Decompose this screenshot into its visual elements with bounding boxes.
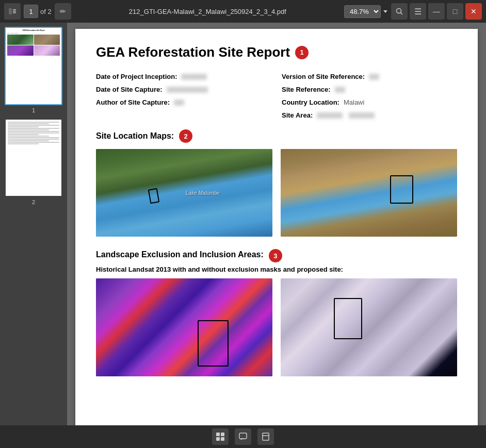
landscape-section-title: Landscape Exclusion and Inclusion Areas: <box>96 250 264 259</box>
grid-view-button[interactable] <box>212 428 229 445</box>
content-area[interactable]: GEA Reforestation Site Report 1 Date of … <box>67 23 486 425</box>
map2-site-outline <box>390 175 413 204</box>
bookmark-button[interactable] <box>257 428 274 445</box>
sidebar-item-page1[interactable]: GEA Reforestation Site Report Date of Pr… <box>3 27 64 113</box>
comment-icon <box>238 432 248 441</box>
thumb1-title: GEA Reforestation Site Report <box>7 29 60 31</box>
landsat-row <box>96 278 457 376</box>
meta-row-site-area: Site Area: <box>282 111 457 119</box>
landscape-section-header: Landscape Exclusion and Inclusion Areas:… <box>96 249 457 262</box>
thumb-wrapper-2 <box>5 119 62 197</box>
annotate-button[interactable]: ✏ <box>55 3 71 20</box>
toolbar-right-buttons: ☰ — □ ✕ <box>391 3 482 20</box>
line7 <box>8 131 59 132</box>
thumb1-img-3 <box>7 45 34 56</box>
page-number-input[interactable] <box>24 5 38 18</box>
thumb1-img-4 <box>34 45 60 56</box>
line5 <box>8 128 59 129</box>
site-location-title: Site Location Maps: <box>96 131 174 141</box>
line11 <box>8 137 59 138</box>
close-icon: ✕ <box>471 7 477 15</box>
page-total: of 2 <box>40 8 52 15</box>
thumb-label-2: 2 <box>32 199 35 205</box>
maximize-button[interactable]: □ <box>447 3 463 20</box>
sidebar: GEA Reforestation Site Report Date of Pr… <box>0 23 67 425</box>
search-button[interactable] <box>391 3 408 20</box>
landsat-image-2 <box>281 278 457 376</box>
page-thumbnail-2 <box>6 120 61 196</box>
site-area-value1 <box>317 112 343 119</box>
landsat1-site-outline <box>198 320 229 367</box>
line1 <box>8 122 59 123</box>
author-label: Author of Site Capture: <box>96 98 170 106</box>
country-value: Malawi <box>344 98 364 106</box>
thumb-label-1: 1 <box>32 107 35 113</box>
meta-row-inception: Date of Project Inception: <box>96 73 271 80</box>
landscape-subtitle: Historical Landsat 2013 with and without… <box>96 266 457 273</box>
svg-rect-10 <box>221 437 224 441</box>
sidebar-item-page2[interactable]: 2 <box>3 119 64 205</box>
bottom-bar <box>0 425 486 448</box>
close-button[interactable]: ✕ <box>465 3 482 20</box>
report-title-row: GEA Reforestation Site Report 1 <box>96 44 457 60</box>
map-image-1: Lake Malombe <box>96 149 272 237</box>
landsat-image-1 <box>96 278 272 376</box>
maps-row: Lake Malombe <box>96 149 457 237</box>
inception-label: Date of Project Inception: <box>96 73 177 80</box>
menu-icon: ☰ <box>414 7 422 16</box>
svg-marker-4 <box>383 10 387 13</box>
main-area: GEA Reforestation Site Report Date of Pr… <box>0 23 486 425</box>
search-icon <box>395 7 403 15</box>
svg-rect-7 <box>216 433 220 436</box>
line14 <box>8 142 59 143</box>
meta-row-author: Author of Site Capture: <box>96 98 271 106</box>
site-location-section-header: Site Location Maps: 2 <box>96 129 457 143</box>
line13 <box>8 140 49 141</box>
thumb2-lines <box>8 122 59 144</box>
thumb-wrapper-1: GEA Reforestation Site Report Date of Pr… <box>5 27 62 105</box>
map1-lake-label: Lake Malombe <box>186 190 220 196</box>
meta-row-country: Country Location: Malawi <box>282 98 457 106</box>
thumb1-meta: Date of Project | Version <box>7 32 60 34</box>
grid-icon <box>216 432 225 441</box>
section-badge-2: 2 <box>179 129 192 143</box>
thumb1-img-1 <box>7 35 34 45</box>
line15 <box>8 143 39 144</box>
landsat2-site-outline <box>334 298 362 339</box>
meta-row-version: Version of Site Reference: <box>282 73 457 80</box>
inception-value <box>181 74 207 80</box>
site-area-value2 <box>349 112 375 119</box>
country-label: Country Location: <box>282 98 339 106</box>
svg-line-6 <box>401 13 403 15</box>
minimize-button[interactable]: — <box>428 3 445 20</box>
svg-rect-3 <box>13 12 16 13</box>
annotate-icon: ✏ <box>60 7 66 15</box>
version-label: Version of Site Reference: <box>282 73 365 80</box>
site-capture-value <box>167 87 208 93</box>
filename-display: 212_GTI-GEA-Malawi_2_Malawi_250924_2_3_4… <box>74 8 341 15</box>
site-area-label: Site Area: <box>282 111 313 119</box>
line10 <box>8 136 49 137</box>
toolbar: of 2 ✏ 212_GTI-GEA-Malawi_2_Malawi_25092… <box>0 0 486 23</box>
minimize-icon: — <box>433 7 440 15</box>
thumb1-img-2 <box>34 35 60 45</box>
comment-button[interactable] <box>235 428 251 445</box>
svg-rect-2 <box>13 11 16 12</box>
line12 <box>8 139 59 140</box>
meta-row-site-capture: Date of Site Capture: <box>96 86 271 93</box>
bookmark-icon <box>261 432 270 441</box>
line4 <box>8 126 39 127</box>
zoom-select[interactable]: 48.7% 50% 75% 100% <box>344 5 381 18</box>
map-image-2 <box>281 149 457 237</box>
pdf-page: GEA Reforestation Site Report 1 Date of … <box>75 29 478 425</box>
page-navigation: of 2 <box>24 5 52 18</box>
maximize-icon: □ <box>453 7 457 15</box>
meta-col-right: Version of Site Reference: Site Referenc… <box>282 73 457 119</box>
menu-button[interactable]: ☰ <box>410 3 426 20</box>
meta-row-site-ref: Site Reference: <box>282 86 457 93</box>
line8 <box>8 132 59 134</box>
line3 <box>8 125 59 126</box>
svg-point-5 <box>397 9 401 13</box>
section-badge-3: 3 <box>269 249 282 262</box>
sidebar-toggle-button[interactable] <box>4 3 21 20</box>
